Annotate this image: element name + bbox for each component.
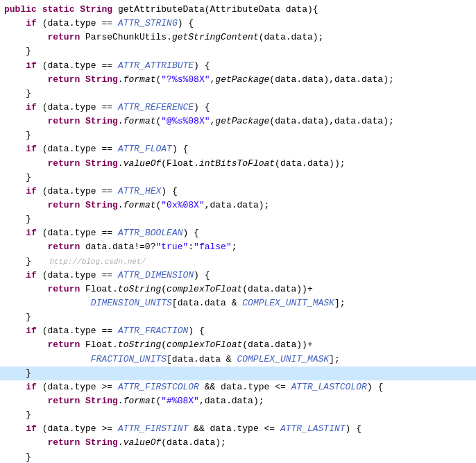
italic-method-token: toString bbox=[118, 284, 161, 294]
kw-token: return bbox=[47, 396, 80, 406]
italic-method-token: intBitsToFloat bbox=[199, 158, 275, 169]
plain-token: getAttributeData bbox=[118, 4, 205, 15]
type-kw-token: String bbox=[80, 4, 112, 15]
plain-token: ]; bbox=[334, 298, 346, 308]
string-token: "@%s%08X" bbox=[161, 116, 210, 126]
code-line: return Float.toString(complexToFloat(dat… bbox=[0, 338, 476, 352]
italic-blue-token: COMPLEX_UNIT_MASK bbox=[242, 298, 334, 308]
plain-token: && data. bbox=[199, 382, 248, 392]
type-kw-token: String bbox=[85, 116, 118, 126]
plain-token bbox=[80, 200, 85, 210]
code-line: FRACTION_UNITS[data.data & COMPLEX_UNIT_… bbox=[0, 353, 476, 367]
plain-token: . bbox=[118, 158, 124, 169]
plain-token: [data.data & bbox=[172, 298, 242, 308]
code-line: return String.format("@%s%08X",getPackag… bbox=[0, 115, 476, 128]
code-line: } http://blog.csdn.net/ bbox=[0, 255, 476, 269]
plain-token: (Float. bbox=[161, 158, 199, 169]
plain-token: } bbox=[4, 256, 31, 267]
plain-token bbox=[112, 4, 118, 15]
plain-token bbox=[4, 437, 47, 448]
kw-token: if bbox=[26, 270, 37, 280]
plain-token: . bbox=[167, 32, 172, 42]
plain-token: (data.data))+ bbox=[242, 284, 312, 294]
plain-token: type bbox=[74, 423, 96, 434]
plain-token: type bbox=[74, 144, 96, 154]
code-line: } bbox=[0, 367, 476, 380]
code-line: } bbox=[0, 310, 476, 324]
italic-method-token: getPackage bbox=[215, 116, 269, 126]
plain-token: type bbox=[74, 326, 96, 336]
type-kw-token: String bbox=[85, 200, 118, 210]
code-line: return String.valueOf(Float.intBitsToFlo… bbox=[0, 157, 476, 171]
plain-token: } bbox=[4, 312, 31, 322]
plain-token: (data. bbox=[37, 326, 75, 336]
plain-token: (AttributeData data){ bbox=[205, 4, 318, 15]
kw-token: if bbox=[26, 326, 37, 336]
plain-token: Float. bbox=[80, 339, 118, 350]
code-line: return ParseChunkUtils.getStringContent(… bbox=[0, 31, 476, 44]
plain-token: ) { bbox=[346, 423, 362, 434]
plain-token bbox=[4, 270, 26, 280]
plain-token bbox=[4, 18, 26, 28]
code-line: return String.format("0x%08X",data.data)… bbox=[0, 199, 476, 212]
plain-token: } bbox=[4, 214, 31, 224]
string-token: "#%08X" bbox=[161, 396, 199, 406]
plain-token bbox=[80, 74, 85, 85]
italic-blue-token: ATTR_LASTINT bbox=[280, 423, 346, 434]
plain-token: ; bbox=[232, 242, 237, 252]
kw-token: if bbox=[26, 423, 37, 434]
italic-method-token: getPackage bbox=[215, 74, 269, 85]
plain-token bbox=[4, 326, 26, 336]
code-line: if (data.type == ATTR_REFERENCE) { bbox=[0, 101, 476, 115]
code-line: } bbox=[0, 128, 476, 142]
plain-token: type bbox=[237, 423, 259, 434]
code-line: } bbox=[0, 451, 476, 464]
italic-blue-token: ATTR_DIMENSION bbox=[118, 270, 194, 280]
plain-token: type bbox=[74, 228, 96, 238]
code-line: if (data.type == ATTR_FRACTION) { bbox=[0, 324, 476, 338]
italic-blue-token: FRACTION_UNITS bbox=[91, 354, 167, 364]
plain-token bbox=[4, 396, 47, 406]
kw-token: return bbox=[47, 116, 80, 126]
kw-token: if bbox=[26, 186, 37, 196]
code-line: if (data.type == ATTR_STRING) { bbox=[0, 17, 476, 31]
plain-token: ( bbox=[161, 284, 167, 294]
code-line: } bbox=[0, 212, 476, 226]
code-line: public static String getAttributeData(At… bbox=[0, 3, 476, 17]
plain-token: ]; bbox=[329, 354, 340, 364]
plain-token bbox=[4, 74, 47, 85]
code-line: if (data.type == ATTR_HEX) { bbox=[0, 185, 476, 199]
kw-token: return bbox=[47, 437, 80, 448]
code-line: DIMENSION_UNITS[data.data & COMPLEX_UNIT… bbox=[0, 296, 476, 310]
plain-token bbox=[80, 396, 85, 406]
plain-token: && data. bbox=[188, 423, 237, 434]
plain-token: . bbox=[118, 116, 124, 126]
string-token: "0x%08X" bbox=[161, 200, 204, 210]
plain-token bbox=[80, 116, 85, 126]
plain-token: (data. bbox=[37, 60, 75, 71]
plain-token: == bbox=[96, 60, 118, 71]
kw-token: return bbox=[47, 158, 80, 169]
italic-method-token: getStringContent bbox=[172, 32, 259, 42]
plain-token: == bbox=[96, 326, 118, 336]
plain-token: . bbox=[118, 74, 124, 85]
plain-token bbox=[80, 32, 85, 42]
code-line: } bbox=[0, 408, 476, 422]
plain-token: ,data.data); bbox=[199, 396, 264, 406]
italic-method-token: valueOf bbox=[124, 158, 162, 169]
code-line: if (data.type == ATTR_DIMENSION) { bbox=[0, 269, 476, 283]
plain-token: ) { bbox=[172, 144, 188, 154]
code-line: if (data.type == ATTR_ATTRIBUTE) { bbox=[0, 59, 476, 73]
plain-token: ) { bbox=[194, 60, 210, 71]
plain-token: >= bbox=[96, 382, 118, 392]
plain-token: ) { bbox=[188, 326, 204, 336]
code-line: if (data.type == ATTR_BOOLEAN) { bbox=[0, 226, 476, 240]
plain-token: } bbox=[4, 172, 31, 183]
code-line: } bbox=[0, 44, 476, 58]
plain-token: ) { bbox=[178, 18, 194, 28]
plain-token: (data.data); bbox=[259, 32, 324, 42]
plain-token: ) { bbox=[367, 382, 383, 392]
plain-token: type bbox=[74, 102, 96, 112]
kw-token: return bbox=[47, 74, 80, 85]
plain-token: } bbox=[4, 88, 31, 99]
